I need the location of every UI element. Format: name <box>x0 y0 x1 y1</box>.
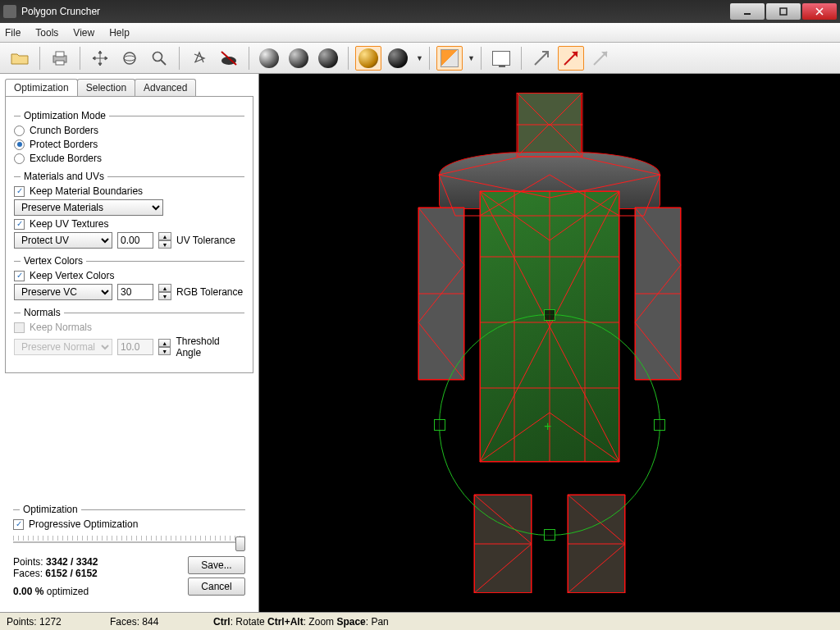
label-progressive-optimization: Progressive Optimization <box>29 518 138 530</box>
zoom-tool-button[interactable] <box>146 46 172 71</box>
radio-protect-borders[interactable] <box>14 139 25 150</box>
spinner-uv-tolerance[interactable]: ▲▼ <box>158 232 171 249</box>
svg-point-6 <box>124 56 135 61</box>
settings-button[interactable] <box>186 46 212 71</box>
optimization-panel: Optimization Mode Crunch Borders Protect… <box>5 96 253 373</box>
gizmo-handle-left[interactable] <box>434 419 445 431</box>
optimization-footer: Optimization Progressive Optimization Po… <box>5 492 253 607</box>
stat-opt-word: optimized <box>47 586 89 597</box>
group-matuv-label: Materials and UVs <box>21 171 107 182</box>
lighting-mode-button[interactable] <box>385 46 411 71</box>
tab-strip: Optimization Selection Advanced <box>5 79 253 96</box>
label-uv-tolerance: UV Tolerance <box>176 235 235 246</box>
label-keep-material-boundaries: Keep Material Boundaries <box>30 185 143 197</box>
combo-protect-uv[interactable]: Protect UV <box>14 232 112 249</box>
shading-mode-2-button[interactable] <box>285 46 312 71</box>
combo-preserve-vc[interactable]: Preserve VC <box>14 284 112 300</box>
group-optmode-label: Optimization Mode <box>21 110 109 121</box>
slider-thumb[interactable] <box>235 536 245 551</box>
left-panel: Optimization Selection Advanced Optimiza… <box>0 74 259 612</box>
tab-selection[interactable]: Selection <box>77 79 135 96</box>
check-keep-uv[interactable] <box>14 219 25 230</box>
lighting-dropdown-icon[interactable]: ▼ <box>416 54 422 62</box>
svg-point-5 <box>124 52 135 64</box>
label-protect-borders: Protect Borders <box>30 139 98 150</box>
input-rgb-tolerance[interactable] <box>117 284 153 300</box>
menu-help[interactable]: Help <box>109 27 130 39</box>
disable-optimize-button[interactable] <box>216 46 242 71</box>
material-mode-button[interactable] <box>355 46 381 71</box>
arrow-outline-button[interactable] <box>528 46 555 71</box>
check-keep-material-boundaries[interactable] <box>14 186 25 197</box>
gizmo-handle-top[interactable] <box>544 309 555 321</box>
cancel-button[interactable]: Cancel <box>188 578 245 596</box>
arrow-red-button[interactable] <box>558 46 584 71</box>
gizmo-center-icon[interactable]: + <box>544 419 555 431</box>
optimization-slider[interactable] <box>13 533 245 551</box>
check-keep-vertex-colors[interactable] <box>14 271 25 281</box>
shading-mode-3-button[interactable] <box>315 46 341 71</box>
app-icon <box>3 5 16 18</box>
shading-mode-1-button[interactable] <box>256 46 282 71</box>
print-button[interactable] <box>47 46 73 71</box>
open-button[interactable] <box>7 46 33 71</box>
stat-points-value: 3342 / 3342 <box>46 556 98 568</box>
input-uv-tolerance[interactable] <box>117 232 153 249</box>
close-button[interactable] <box>802 3 837 20</box>
svg-rect-1 <box>780 8 787 15</box>
gizmo-handle-right[interactable] <box>654 419 665 431</box>
rotate-tool-button[interactable] <box>116 46 143 71</box>
save-button[interactable]: Save... <box>188 556 245 574</box>
menu-bar: File Tools View Help <box>0 23 840 43</box>
spinner-rgb-tolerance[interactable]: ▲▼ <box>158 284 171 300</box>
label-threshold-angle: Threshold Angle <box>176 336 244 358</box>
menu-view[interactable]: View <box>73 27 94 39</box>
svg-rect-4 <box>56 61 64 65</box>
menu-file[interactable]: File <box>5 27 21 39</box>
svg-point-7 <box>153 52 162 61</box>
svg-rect-3 <box>56 52 64 57</box>
gizmo-handle-bottom[interactable] <box>544 529 555 541</box>
label-keep-normals: Keep Normals <box>30 322 92 333</box>
stat-faces-value: 6152 / 6152 <box>45 568 97 579</box>
stat-points-label: Points: <box>13 556 43 568</box>
status-hint: Ctrl: Rotate Ctrl+Alt: Zoom Space: Pan <box>213 616 389 628</box>
minimize-button[interactable] <box>730 3 765 20</box>
svg-rect-0 <box>744 13 751 15</box>
check-keep-normals <box>14 322 25 333</box>
label-exclude-borders: Exclude Borders <box>30 153 102 164</box>
group-optimization-label: Optimization <box>20 504 81 515</box>
tab-optimization[interactable]: Optimization <box>5 79 78 96</box>
input-threshold-angle <box>117 339 153 355</box>
status-faces-value: 844 <box>142 616 158 628</box>
group-normals-label: Normals <box>21 307 64 318</box>
menu-tools[interactable]: Tools <box>35 27 58 39</box>
move-tool-button[interactable] <box>87 46 113 71</box>
fullscreen-button[interactable] <box>488 46 514 71</box>
title-bar: Polygon Cruncher <box>0 0 840 23</box>
radio-exclude-borders[interactable] <box>14 153 25 164</box>
combo-preserve-normals: Preserve Normals <box>14 339 112 355</box>
check-progressive-optimization[interactable] <box>13 519 24 530</box>
main-toolbar: ▼ ▼ <box>0 43 840 74</box>
3d-viewport[interactable]: + <box>259 74 840 612</box>
stat-opt-pct: 0.00 % <box>13 586 43 597</box>
label-crunch-borders: Crunch Borders <box>30 125 98 136</box>
tab-advanced[interactable]: Advanced <box>135 79 196 96</box>
maximize-button[interactable] <box>766 3 801 20</box>
model-preview: + <box>410 93 689 593</box>
group-vcolors-label: Vertex Colors <box>21 255 86 267</box>
radio-crunch-borders[interactable] <box>14 126 25 136</box>
arrow-gray-button[interactable] <box>587 46 614 71</box>
stat-faces-label: Faces: <box>13 568 43 579</box>
rotation-gizmo[interactable]: + <box>439 314 660 536</box>
status-points-label: Points: <box>7 616 37 628</box>
status-points-value: 1272 <box>39 616 62 628</box>
background-color-button[interactable] <box>436 46 463 71</box>
background-dropdown-icon[interactable]: ▼ <box>468 54 474 62</box>
status-faces-label: Faces: <box>110 616 139 628</box>
spinner-threshold-angle: ▲▼ <box>158 339 171 355</box>
label-keep-uv: Keep UV Textures <box>30 218 109 230</box>
combo-preserve-materials[interactable]: Preserve Materials <box>14 199 163 216</box>
label-keep-vertex-colors: Keep Vertex Colors <box>30 270 114 281</box>
